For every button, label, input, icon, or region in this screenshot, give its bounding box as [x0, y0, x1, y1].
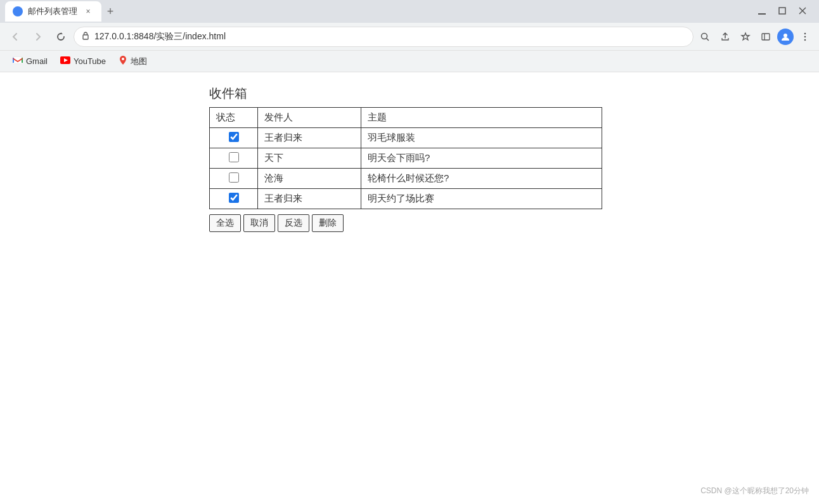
svg-point-0 — [15, 8, 21, 15]
svg-point-19 — [122, 58, 124, 60]
email-checkbox-2[interactable] — [229, 172, 239, 183]
select-all-button[interactable]: 全选 — [209, 214, 241, 232]
svg-point-11 — [784, 34, 787, 37]
refresh-button[interactable] — [51, 27, 71, 47]
subject-cell: 明天会下雨吗? — [361, 148, 602, 169]
cancel-button[interactable]: 取消 — [243, 214, 275, 232]
bookmark-youtube[interactable]: YouTube — [55, 54, 111, 68]
nav-bar — [0, 23, 819, 51]
close-button[interactable] — [796, 7, 809, 16]
bookmark-gmail-label: Gmail — [26, 56, 48, 66]
table-row: 沧海轮椅什么时候还您? — [210, 169, 602, 189]
svg-point-6 — [702, 33, 707, 39]
subject-cell: 明天约了场比赛 — [361, 189, 602, 209]
sidebar-button[interactable] — [757, 28, 775, 46]
back-button[interactable] — [5, 27, 25, 47]
page-title: 收件箱 — [209, 85, 819, 102]
svg-marker-8 — [742, 33, 749, 40]
sender-cell: 王者归来 — [258, 189, 361, 209]
bookmark-star-button[interactable] — [737, 28, 754, 46]
title-bar-left: 邮件列表管理 × + — [5, 1, 753, 22]
tab-close-button[interactable]: × — [82, 6, 94, 17]
bookmark-maps[interactable]: 地图 — [113, 53, 152, 70]
nav-right-icons — [696, 28, 814, 46]
sender-cell: 王者归来 — [258, 128, 361, 148]
subject-cell: 羽毛球服装 — [361, 128, 602, 148]
window-controls — [756, 7, 814, 16]
restore-button[interactable] — [776, 7, 789, 16]
svg-rect-1 — [758, 13, 766, 15]
email-table: 状态 发件人 主题 王者归来羽毛球服装天下明天会下雨吗?沧海轮椅什么时候还您?王… — [209, 107, 602, 209]
lock-icon — [82, 31, 89, 42]
table-row: 王者归来羽毛球服装 — [210, 128, 602, 148]
checkbox-cell — [210, 189, 258, 209]
tab-title: 邮件列表管理 — [28, 6, 77, 17]
email-checkbox-1[interactable] — [229, 152, 239, 162]
subject-cell: 轮椅什么时候还您? — [361, 169, 602, 189]
header-sender: 发件人 — [258, 108, 361, 128]
menu-button[interactable] — [796, 28, 814, 46]
checkbox-cell — [210, 148, 258, 169]
maps-icon — [119, 55, 127, 67]
sender-cell: 沧海 — [258, 169, 361, 189]
active-tab[interactable]: 邮件列表管理 × — [5, 1, 101, 22]
invert-button[interactable]: 反选 — [278, 214, 309, 232]
svg-rect-2 — [779, 8, 785, 14]
delete-button[interactable]: 删除 — [312, 214, 344, 232]
svg-point-12 — [804, 32, 806, 34]
table-header-row: 状态 发件人 主题 — [210, 108, 602, 128]
sender-cell: 天下 — [258, 148, 361, 169]
profile-button[interactable] — [777, 29, 794, 45]
tab-favicon — [13, 6, 23, 16]
share-button[interactable] — [716, 28, 734, 46]
checkbox-cell — [210, 169, 258, 189]
table-row: 王者归来明天约了场比赛 — [210, 189, 602, 209]
forward-button[interactable] — [28, 27, 48, 47]
table-row: 天下明天会下雨吗? — [210, 148, 602, 169]
action-buttons: 全选 取消 反选 删除 — [209, 214, 819, 232]
svg-point-14 — [804, 39, 806, 41]
address-bar[interactable] — [74, 27, 693, 47]
header-subject: 主题 — [361, 108, 602, 128]
header-status: 状态 — [210, 108, 258, 128]
youtube-icon — [60, 56, 70, 66]
bookmark-maps-label: 地图 — [131, 56, 147, 67]
email-checkbox-0[interactable] — [229, 132, 239, 142]
minimize-button[interactable] — [756, 7, 768, 16]
gmail-icon — [13, 56, 23, 66]
bookmarks-bar: Gmail YouTube 地图 — [0, 51, 819, 72]
watermark: CSDN @这个昵称我想了20分钟 — [700, 486, 809, 496]
zoom-button[interactable] — [696, 28, 714, 46]
new-tab-button[interactable]: + — [101, 3, 119, 20]
svg-point-13 — [804, 36, 806, 37]
checkbox-cell — [210, 128, 258, 148]
bookmark-youtube-label: YouTube — [74, 56, 106, 66]
bookmark-gmail[interactable]: Gmail — [8, 54, 53, 68]
address-input[interactable] — [94, 32, 685, 42]
svg-line-7 — [707, 38, 709, 41]
svg-rect-9 — [762, 34, 770, 40]
email-checkbox-3[interactable] — [229, 193, 239, 203]
svg-rect-5 — [83, 35, 88, 39]
page-content: 收件箱 状态 发件人 主题 王者归来羽毛球服装天下明天会下雨吗?沧海轮椅什么时候… — [0, 72, 819, 504]
title-bar: 邮件列表管理 × + — [0, 0, 819, 23]
